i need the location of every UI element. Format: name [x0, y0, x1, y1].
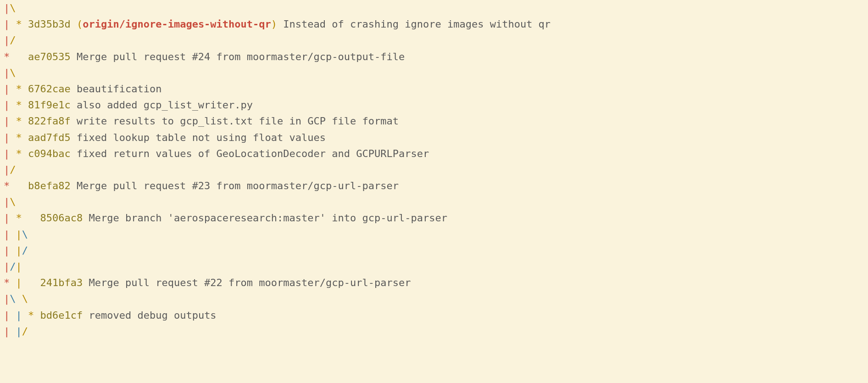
- graph-segment: *: [4, 51, 28, 62]
- graph-segment: |: [16, 326, 22, 337]
- log-line: | * c094bac fixed return values of GeoLo…: [4, 146, 864, 162]
- log-line: * b8efa82 Merge pull request #23 from mo…: [4, 178, 864, 194]
- graph-segment: |: [16, 310, 28, 321]
- graph-segment: \: [10, 2, 16, 14]
- graph-segment: \: [10, 196, 16, 208]
- graph-segment: *: [16, 83, 28, 95]
- graph-segment: *: [16, 132, 28, 143]
- commit-hash[interactable]: bd6e1cf: [40, 310, 89, 321]
- graph-segment: *: [4, 277, 16, 288]
- graph-segment: *: [16, 99, 28, 111]
- log-line: |\: [4, 65, 864, 81]
- log-line: * ae70535 Merge pull request #24 from mo…: [4, 49, 864, 65]
- graph-segment: |: [4, 196, 10, 208]
- commit-hash[interactable]: 8506ac8: [40, 212, 89, 224]
- log-line: |/|: [4, 259, 864, 275]
- commit-hash[interactable]: ae70535: [28, 51, 77, 62]
- graph-segment: |: [4, 99, 16, 111]
- commit-message: beautification: [77, 83, 161, 95]
- commit-message: fixed lookup table not using float value…: [77, 132, 326, 143]
- graph-segment: /: [10, 261, 16, 272]
- graph-segment: |: [4, 326, 16, 337]
- graph-segment: |: [16, 245, 22, 256]
- commit-message: fixed return values of GeoLocationDecode…: [77, 148, 429, 159]
- graph-segment: |: [4, 229, 16, 240]
- graph-segment: |: [4, 115, 16, 127]
- graph-segment: |: [4, 67, 10, 79]
- graph-segment: \: [22, 293, 28, 304]
- graph-segment: \: [10, 293, 22, 304]
- graph-segment: |: [4, 245, 16, 256]
- commit-hash[interactable]: 3d35b3d: [28, 18, 77, 30]
- graph-segment: /: [22, 245, 28, 256]
- commit-hash[interactable]: 822fa8f: [28, 115, 77, 127]
- log-line: |\ \: [4, 291, 864, 307]
- graph-segment: /: [10, 164, 16, 175]
- commit-message: Merge pull request #23 from moormaster/g…: [77, 180, 399, 192]
- graph-segment: |: [4, 83, 16, 95]
- log-line: | |/: [4, 323, 864, 339]
- branch-ref[interactable]: origin/ignore-images-without-qr: [83, 18, 271, 30]
- graph-segment: |: [4, 164, 10, 175]
- commit-hash[interactable]: 241bfa3: [40, 277, 89, 288]
- graph-segment: /: [22, 326, 28, 337]
- log-line: | * 822fa8f write results to gcp_list.tx…: [4, 113, 864, 129]
- graph-segment: |: [4, 2, 10, 14]
- graph-segment: *: [16, 115, 28, 127]
- graph-segment: |: [4, 148, 16, 159]
- paren: ): [271, 18, 277, 30]
- log-line: |\: [4, 194, 864, 210]
- graph-segment: \: [10, 67, 16, 79]
- commit-hash[interactable]: c094bac: [28, 148, 77, 159]
- commit-message: Merge branch 'aerospaceresearch:master' …: [89, 212, 447, 224]
- graph-segment: |: [16, 261, 22, 272]
- graph-segment: /: [10, 34, 16, 46]
- commit-message: Merge pull request #24 from moormaster/g…: [77, 51, 405, 62]
- git-log-graph: |\| * 3d35b3d (origin/ignore-images-with…: [0, 0, 868, 339]
- graph-segment: |: [4, 261, 10, 272]
- log-line: | | * bd6e1cf removed debug outputs: [4, 307, 864, 323]
- commit-hash[interactable]: aad7fd5: [28, 132, 77, 143]
- graph-segment: |: [4, 132, 16, 143]
- log-line: | |/: [4, 242, 864, 259]
- graph-segment: |: [16, 277, 40, 288]
- log-line: |\: [4, 0, 864, 16]
- log-line: |/: [4, 32, 864, 48]
- paren: (: [77, 18, 83, 30]
- graph-segment: |: [4, 293, 10, 304]
- log-line: | * 6762cae beautification: [4, 81, 864, 97]
- log-line: | * 8506ac8 Merge branch 'aerospaceresea…: [4, 210, 864, 226]
- graph-segment: |: [16, 229, 22, 240]
- graph-segment: *: [16, 18, 28, 30]
- commit-message: removed debug outputs: [89, 310, 216, 321]
- commit-message: write results to gcp_list.txt file in GC…: [77, 115, 399, 127]
- graph-segment: *: [4, 180, 28, 192]
- graph-segment: |: [4, 212, 16, 224]
- graph-segment: |: [4, 310, 16, 321]
- graph-segment: \: [22, 229, 28, 240]
- graph-segment: |: [4, 34, 10, 46]
- commit-hash[interactable]: b8efa82: [28, 180, 77, 192]
- log-line: | * 81f9e1c also added gcp_list_writer.p…: [4, 97, 864, 113]
- graph-segment: *: [16, 212, 40, 224]
- log-line: | |\: [4, 226, 864, 242]
- log-line: | * aad7fd5 fixed lookup table not using…: [4, 130, 864, 146]
- commit-hash[interactable]: 6762cae: [28, 83, 77, 95]
- graph-segment: *: [28, 310, 40, 321]
- commit-message: Merge pull request #22 from moormaster/g…: [89, 277, 411, 288]
- graph-segment: *: [16, 148, 28, 159]
- log-line: |/: [4, 162, 864, 178]
- commit-message: also added gcp_list_writer.py: [77, 99, 253, 111]
- log-line: * | 241bfa3 Merge pull request #22 from …: [4, 275, 864, 291]
- commit-hash[interactable]: 81f9e1c: [28, 99, 77, 111]
- log-line: | * 3d35b3d (origin/ignore-images-withou…: [4, 16, 864, 32]
- graph-segment: |: [4, 18, 16, 30]
- commit-message: Instead of crashing ignore images withou…: [277, 18, 551, 30]
